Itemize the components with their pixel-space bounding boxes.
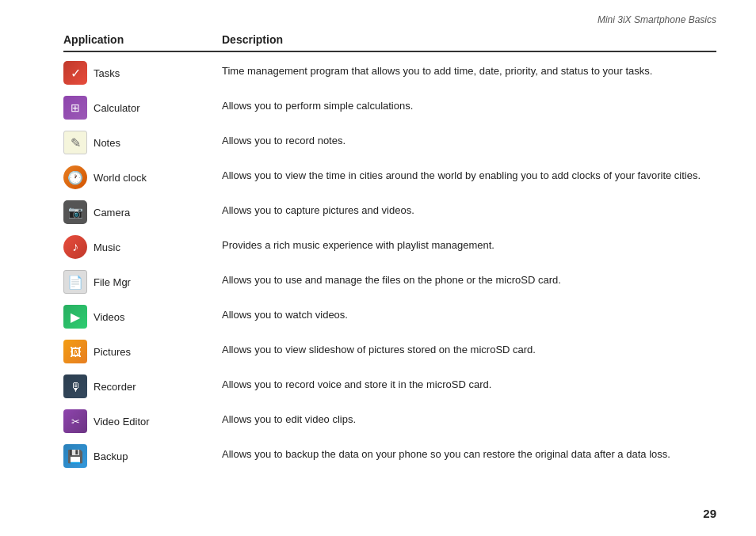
app-icon-video-editor: ✂ (63, 409, 87, 433)
table-row: ▶ Videos Allows you to watch videos. (63, 299, 716, 334)
app-name: Music (94, 241, 120, 253)
app-icon-pictures: 🖼 (63, 340, 87, 363)
app-name: Videos (94, 311, 125, 323)
desc-cell: Allows you to view slideshow of pictures… (222, 340, 716, 358)
table-row: 🕐 World clock Allows you to view the tim… (63, 160, 716, 195)
app-cell: ⊞ Calculator (63, 96, 222, 120)
table-row: 💾 Backup Allows you to backup the data o… (63, 439, 716, 473)
table-row: ♪ Music Provides a rich music experience… (63, 230, 716, 264)
col-header-description: Description (222, 33, 716, 46)
desc-cell: Allows you to edit video clips. (222, 409, 716, 428)
page-number: 29 (703, 507, 716, 520)
table-row: 📷 Camera Allows you to capture pictures … (63, 195, 716, 230)
app-cell: 💾 Backup (63, 444, 222, 468)
app-name: Tasks (94, 67, 120, 79)
app-cell: 🕐 World clock (63, 165, 222, 189)
table-header: Application Description (63, 33, 716, 52)
page-header: Mini 3iX Smartphone Basics (0, 0, 756, 33)
app-icon-videos: ▶ (63, 305, 87, 329)
app-cell: ✓ Tasks (63, 61, 222, 85)
app-name: Backup (94, 450, 128, 462)
app-icon-file-mgr: 📄 (63, 270, 87, 294)
desc-cell: Provides a rich music experience with pl… (222, 235, 716, 253)
app-cell: 📷 Camera (63, 200, 222, 224)
app-name: Calculator (94, 102, 140, 114)
app-cell: ✂ Video Editor (63, 409, 222, 433)
desc-cell: Allows you to watch videos. (222, 305, 716, 323)
app-cell: ▶ Videos (63, 305, 222, 329)
app-icon-tasks: ✓ (63, 61, 87, 85)
app-name: World clock (94, 172, 147, 184)
app-icon-calculator: ⊞ (63, 96, 87, 120)
app-cell: 🎙 Recorder (63, 374, 222, 398)
desc-cell: Allows you to backup the data on your ph… (222, 444, 716, 462)
app-icon-music: ♪ (63, 235, 87, 259)
app-icon-camera: 📷 (63, 200, 87, 224)
table-row: 🖼 Pictures Allows you to view slideshow … (63, 334, 716, 369)
app-name: Notes (94, 137, 120, 149)
header-title: Mini 3iX Smartphone Basics (598, 14, 716, 25)
app-cell: 🖼 Pictures (63, 340, 222, 363)
table-body: ✓ Tasks Time management program that all… (63, 55, 716, 473)
app-name: Video Editor (94, 416, 150, 428)
app-icon-recorder: 🎙 (63, 374, 87, 398)
app-icon-notes: ✎ (63, 131, 87, 154)
app-cell: ♪ Music (63, 235, 222, 259)
desc-cell: Allows you to use and manage the files o… (222, 270, 716, 288)
app-cell: 📄 File Mgr (63, 270, 222, 294)
table-row: ⊞ Calculator Allows you to perform simpl… (63, 90, 716, 125)
app-name: Pictures (94, 346, 131, 358)
desc-cell: Allows you to record voice and store it … (222, 374, 716, 393)
app-icon-backup: 💾 (63, 444, 87, 468)
table-row: ✓ Tasks Time management program that all… (63, 55, 716, 90)
table-row: 📄 File Mgr Allows you to use and manage … (63, 264, 716, 299)
col-header-application: Application (63, 33, 222, 46)
desc-cell: Allows you to perform simple calculation… (222, 96, 716, 114)
app-name: Camera (94, 207, 130, 219)
app-name: File Mgr (94, 276, 131, 288)
desc-cell: Time management program that allows you … (222, 61, 716, 79)
desc-cell: Allows you to capture pictures and video… (222, 200, 716, 219)
table-row: ✎ Notes Allows you to record notes. (63, 125, 716, 160)
desc-cell: Allows you to view the time in cities ar… (222, 165, 716, 184)
main-content: Application Description ✓ Tasks Time man… (0, 33, 756, 473)
app-icon-world-clock: 🕐 (63, 165, 87, 189)
desc-cell: Allows you to record notes. (222, 131, 716, 149)
table-row: 🎙 Recorder Allows you to record voice an… (63, 369, 716, 404)
table-row: ✂ Video Editor Allows you to edit video … (63, 404, 716, 439)
app-cell: ✎ Notes (63, 131, 222, 154)
app-name: Recorder (94, 381, 136, 393)
